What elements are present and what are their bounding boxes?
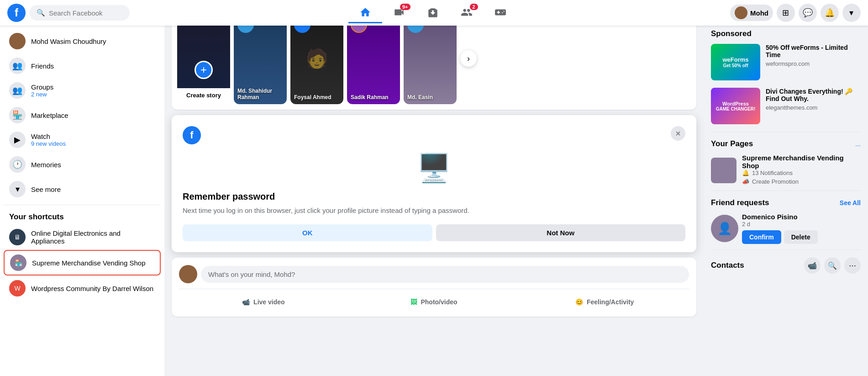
sadik-name: Sadik Rahman <box>351 94 396 101</box>
dialog-not-now-button[interactable]: Not Now <box>436 224 686 241</box>
bell-icon: 🔔 <box>742 169 749 176</box>
sidebar-item-friends[interactable]: 👥 Friends <box>4 54 161 78</box>
see-more-label: See more <box>31 185 61 193</box>
shortcut-item-online-digital[interactable]: 🖥 Online Digital Electronics and Applian… <box>4 225 161 249</box>
watch-sublabel: 9 new videos <box>31 140 66 147</box>
ad-weforms[interactable]: weForms Get 50% off 50% Off weForms - Li… <box>711 44 861 80</box>
user-avatar <box>735 6 747 19</box>
weforms-ad-image: weForms Get 50% off <box>711 44 760 80</box>
feeling-icon: 😊 <box>575 298 583 306</box>
user-profile-name: Mohd Wasim Choudhury <box>31 37 106 45</box>
nav-groups-button[interactable]: 2 <box>450 3 484 23</box>
post-input-field[interactable]: What's on your mind, Mohd? <box>201 266 689 283</box>
watch-label: Watch <box>31 132 66 140</box>
user-profile-avatar <box>9 33 26 49</box>
create-story-label: Create story <box>186 92 221 99</box>
see-all-button[interactable]: See All <box>840 199 861 207</box>
sidebar-item-groups[interactable]: 👥 Groups 2 new <box>4 79 161 102</box>
domenico-name: Domenico Pisino <box>742 213 818 221</box>
settings-dropdown-button[interactable]: ▾ <box>842 4 861 22</box>
wordpress-label: Wordpress Community By Darrel Wilson <box>31 285 153 292</box>
create-story-card[interactable]: + Create story <box>177 13 230 104</box>
new-video-call-button[interactable]: 📹 <box>804 257 821 274</box>
sidebar-item-memories[interactable]: 🕐 Memories <box>4 153 161 176</box>
nav-home-button[interactable] <box>348 3 382 23</box>
domenico-info: Domenico Pisino 2 d Confirm Delete <box>742 213 818 244</box>
live-video-button[interactable]: 📹 Live video <box>179 295 348 309</box>
supreme-page-notifications[interactable]: 🔔 13 Notifications <box>742 169 861 176</box>
story-sadik[interactable]: Sadik Rahman <box>347 13 400 104</box>
wordpress-ad-info: Divi Changes Everything! 🔑 Find Out Why.… <box>766 88 861 111</box>
reels-badge: 9+ <box>400 4 410 10</box>
sidebar-divider <box>4 205 161 205</box>
online-digital-avatar: 🖥 <box>9 229 26 245</box>
messenger-button[interactable]: 💬 <box>799 4 817 22</box>
supreme-page-avatar <box>711 158 736 183</box>
create-promotion-item[interactable]: 📣 Create Promotion <box>742 178 861 185</box>
supreme-merch-label: Supreme Merchandise Vending Shop <box>32 259 146 267</box>
supreme-merch-avatar: 🏪 <box>10 254 26 271</box>
notifications-count: 13 Notifications <box>752 169 793 176</box>
ad-wordpress[interactable]: WordPress GAME CHANGER! Divi Changes Eve… <box>711 88 861 124</box>
contacts-icons: 📹 🔍 ⋯ <box>804 257 861 274</box>
megaphone-icon: 📣 <box>742 178 749 185</box>
dialog-monitor-area: 🖥️ <box>183 152 685 184</box>
contacts-section: Contacts 📹 🔍 ⋯ <box>711 257 861 274</box>
feeling-activity-button[interactable]: 😊 Feeling/Activity <box>520 295 689 309</box>
dialog-close-button[interactable]: × <box>671 126 685 141</box>
main-feed: + Create story Md. Shahidur Rahman 🧑 Foy… <box>164 0 704 324</box>
monitor-icon: 🖥️ <box>417 152 451 184</box>
dialog-ok-button[interactable]: OK <box>183 224 432 241</box>
story-shahidur[interactable]: Md. Shahidur Rahman <box>234 13 287 104</box>
sidebar-item-marketplace[interactable]: 🏪 Marketplace <box>4 103 161 127</box>
nav-right: Mohd ⊞ 💬 🔔 ▾ <box>730 4 861 22</box>
delete-button[interactable]: Delete <box>784 230 818 244</box>
notifications-button[interactable]: 🔔 <box>821 4 839 22</box>
nav-gaming-button[interactable] <box>484 3 517 23</box>
memories-icon: 🕐 <box>9 156 26 173</box>
story-foysal[interactable]: 🧑 Foysal Ahmed <box>290 13 343 104</box>
watch-info: Watch 9 new videos <box>31 132 66 147</box>
user-profile-button[interactable]: Mohd <box>730 5 773 21</box>
nav-marketplace-button[interactable] <box>416 3 450 23</box>
easin-name: Md. Easin <box>407 94 453 101</box>
contacts-more-button[interactable]: ⋯ <box>844 257 861 274</box>
dialog-actions: OK Not Now <box>183 224 685 241</box>
create-promotion-label: Create Promotion <box>752 178 799 185</box>
friend-request-domenico: 👤 Domenico Pisino 2 d Confirm Delete <box>711 213 861 244</box>
shortcut-item-wordpress[interactable]: W Wordpress Community By Darrel Wilson <box>4 276 161 300</box>
search-contacts-button[interactable]: 🔍 <box>824 257 841 274</box>
facebook-logo-icon[interactable]: f <box>7 4 26 22</box>
search-input[interactable] <box>49 9 122 17</box>
stories-row: + Create story Md. Shahidur Rahman 🧑 Foy… <box>177 13 691 104</box>
shortcut-item-supreme-merch[interactable]: 🏪 Supreme Merchandise Vending Shop <box>4 250 161 275</box>
feeling-label: Feeling/Activity <box>587 298 634 306</box>
confirm-button[interactable]: Confirm <box>742 230 781 244</box>
sidebar-item-user-profile[interactable]: Mohd Wasim Choudhury <box>4 29 161 53</box>
user-name-label: Mohd <box>750 9 768 17</box>
create-story-bottom: Create story <box>186 88 221 104</box>
shortcuts-title: Your shortcuts <box>4 209 161 225</box>
groups-label: Groups <box>31 83 53 91</box>
nav-left: f 🔍 <box>7 4 135 22</box>
sidebar-item-watch[interactable]: ▶ Watch 9 new videos <box>4 128 161 152</box>
friend-request-actions: Confirm Delete <box>742 230 818 244</box>
photo-video-label: Photo/video <box>421 298 457 306</box>
dialog-fb-logo: f <box>183 126 201 144</box>
apps-grid-button[interactable]: ⊞ <box>777 4 795 22</box>
right-panel-divider-1 <box>711 132 861 132</box>
photo-icon: 🖼 <box>410 298 417 306</box>
nav-reels-button[interactable]: 9+ <box>382 3 416 23</box>
friend-requests-title: Friend requests <box>711 198 769 207</box>
sidebar-item-see-more[interactable]: ▾ See more <box>4 177 161 201</box>
supreme-page-info: Supreme Merchandise Vending Shop 🔔 13 No… <box>742 154 861 187</box>
contacts-title: Contacts <box>711 261 744 270</box>
left-sidebar: Mohd Wasim Choudhury 👥 Friends 👥 Groups … <box>0 26 164 324</box>
search-bar[interactable]: 🔍 <box>29 5 130 21</box>
photo-video-button[interactable]: 🖼 Photo/video <box>350 295 519 309</box>
stories-next-arrow[interactable]: › <box>460 50 477 67</box>
your-pages-more-button[interactable]: ... <box>855 140 861 148</box>
live-video-icon: 📹 <box>242 298 250 306</box>
story-easin[interactable]: Md. Easin <box>404 13 457 104</box>
dialog-description: Next time you log in on this browser, ju… <box>183 206 685 215</box>
